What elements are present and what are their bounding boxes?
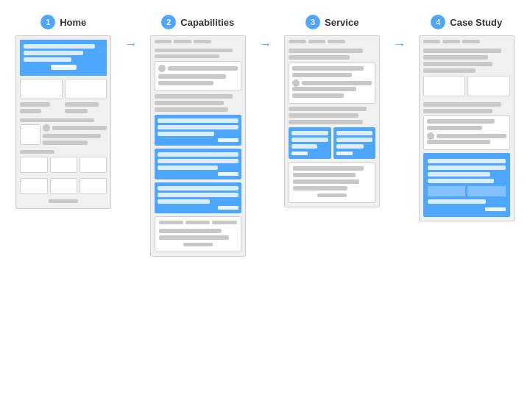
cs-nav bbox=[423, 40, 510, 46]
svc-nav-bar1 bbox=[289, 40, 306, 43]
cap-text1 bbox=[155, 94, 233, 99]
cap-mini-box bbox=[155, 61, 241, 91]
home-col1 bbox=[20, 79, 63, 115]
home-bar4 bbox=[65, 109, 88, 113]
cs-mc-bar3 bbox=[427, 140, 490, 144]
home-title: Home bbox=[60, 17, 86, 28]
svc-circ-bar bbox=[302, 81, 372, 85]
cap-cards bbox=[155, 115, 241, 213]
cs-nav-bar3 bbox=[462, 40, 480, 43]
cs-wireframe bbox=[419, 35, 515, 221]
home-col2 bbox=[65, 79, 107, 115]
cap-page-col: 2 Capabilities bbox=[142, 15, 255, 257]
cs-num: 4 bbox=[431, 15, 445, 29]
svc-footer bbox=[289, 162, 375, 203]
cap-text2 bbox=[155, 101, 224, 105]
cs-mc-bar2 bbox=[427, 126, 483, 130]
svc-bc2-btn bbox=[336, 152, 353, 155]
home-grid-box2 bbox=[50, 157, 77, 173]
arrow1: → bbox=[124, 37, 138, 52]
home-feat-img bbox=[20, 124, 40, 145]
cap-mini-bar2 bbox=[158, 81, 214, 85]
cs-mc-circ-bar bbox=[437, 134, 506, 138]
cs-mc-circle-row bbox=[427, 132, 506, 140]
cs-bar1 bbox=[423, 102, 501, 107]
cs-blue-bar2 bbox=[428, 165, 506, 170]
home-feature bbox=[20, 118, 107, 154]
home-grid-box6 bbox=[80, 178, 107, 194]
cap-circle-row bbox=[158, 65, 238, 72]
home-num: 1 bbox=[40, 15, 55, 29]
cs-blue-btn bbox=[485, 207, 506, 211]
svc-mini-circle-row bbox=[292, 79, 372, 87]
home-wireframe bbox=[15, 35, 111, 209]
cap-footer-row1 bbox=[159, 221, 237, 227]
home-bar3 bbox=[65, 102, 99, 107]
home-grid-row1 bbox=[20, 157, 107, 176]
cap-card2-bar2 bbox=[158, 159, 239, 163]
svc-h-bar1 bbox=[289, 49, 362, 53]
cs-title: Case Study bbox=[450, 17, 502, 28]
cap-mini-bar1 bbox=[158, 74, 226, 79]
cap-card3-btn bbox=[218, 206, 239, 210]
cs-box2 bbox=[467, 76, 510, 96]
cap-card1-bar3 bbox=[158, 132, 214, 136]
svc-nav bbox=[289, 40, 375, 46]
home-feat-btn bbox=[20, 150, 54, 154]
home-header-btn bbox=[51, 65, 77, 70]
cap-card2-bar1 bbox=[158, 152, 239, 157]
svc-foot-bar1 bbox=[293, 166, 363, 171]
svc-foot-bar3 bbox=[293, 179, 359, 184]
svc-mini-box bbox=[289, 63, 375, 104]
home-grid-row2 bbox=[20, 178, 107, 197]
cap-foot-bar3 bbox=[212, 221, 236, 224]
svc-bar3 bbox=[289, 120, 362, 124]
svc-blue-card2 bbox=[333, 127, 376, 159]
cap-text3 bbox=[155, 107, 228, 112]
cap-foot-bar1 bbox=[159, 221, 183, 224]
cs-bar2 bbox=[423, 109, 492, 113]
cs-h-bar1 bbox=[423, 49, 501, 53]
home-circ-bar bbox=[52, 126, 107, 130]
svc-page-col: 3 Service bbox=[276, 15, 389, 207]
home-label: 1 Home bbox=[40, 15, 86, 29]
svc-nav-bar3 bbox=[328, 40, 345, 43]
cap-header-area bbox=[155, 49, 241, 58]
cap-label: 2 Capabilities bbox=[161, 15, 234, 29]
cap-card1-bar1 bbox=[158, 118, 239, 123]
svc-num: 3 bbox=[305, 15, 320, 29]
home-page-col: 1 Home bbox=[7, 15, 120, 209]
home-grid-box1 bbox=[20, 157, 47, 173]
home-circle bbox=[43, 124, 50, 132]
svc-bar2 bbox=[289, 113, 358, 118]
cs-blue-bar1 bbox=[428, 159, 506, 163]
cs-nav-bar1 bbox=[423, 40, 441, 43]
arrow3-col: → bbox=[389, 15, 411, 52]
cs-blue-bar5 bbox=[428, 199, 487, 204]
cap-card1-bar2 bbox=[158, 125, 239, 129]
cs-h-bar3 bbox=[423, 62, 492, 66]
svc-foot-center bbox=[317, 193, 347, 197]
cap-card1 bbox=[155, 115, 241, 146]
home-feat-bar1 bbox=[20, 118, 93, 122]
home-grid-box5 bbox=[50, 178, 77, 194]
cap-card3-bar2 bbox=[158, 193, 239, 197]
cs-blue-box2 bbox=[467, 186, 506, 196]
cap-card3-bar1 bbox=[158, 186, 239, 191]
home-two-col bbox=[20, 79, 107, 115]
home-feat-bar2 bbox=[43, 134, 100, 138]
svc-title: Service bbox=[325, 17, 358, 28]
home-header bbox=[20, 40, 107, 76]
svc-circle bbox=[292, 79, 300, 87]
cap-card1-btn bbox=[218, 138, 239, 142]
svc-bc1-bar3 bbox=[292, 144, 317, 149]
svc-foot-bar4 bbox=[293, 186, 347, 191]
cap-num: 2 bbox=[161, 15, 176, 29]
home-box2 bbox=[65, 79, 107, 99]
svc-bc2-bar3 bbox=[336, 144, 364, 149]
svc-bc2-bar2 bbox=[336, 138, 373, 142]
cs-nav-bar2 bbox=[442, 40, 460, 43]
svc-nav-bar2 bbox=[308, 40, 326, 43]
cap-foot-bar4 bbox=[159, 229, 222, 233]
cap-wireframe bbox=[150, 35, 246, 257]
